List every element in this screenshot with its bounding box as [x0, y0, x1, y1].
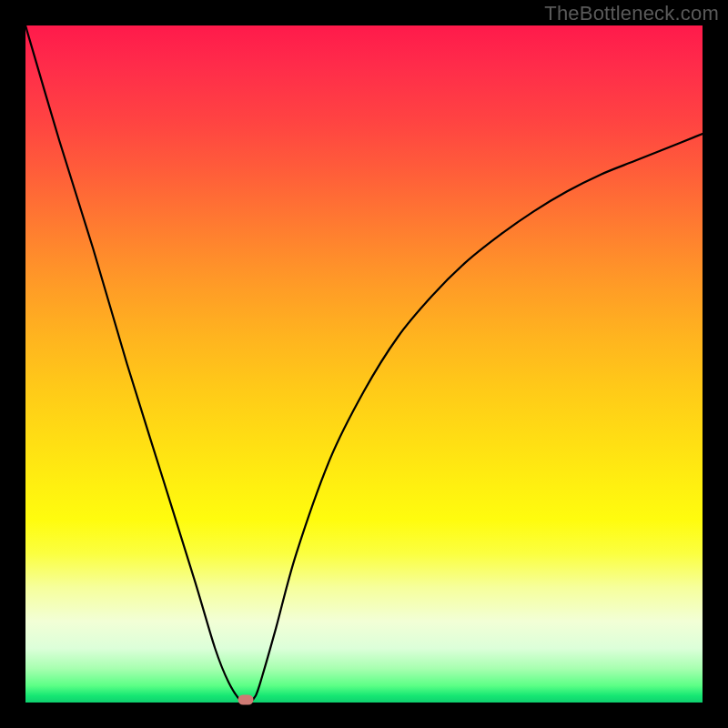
- bottleneck-curve: [25, 25, 703, 703]
- watermark-text: TheBottleneck.com: [544, 2, 719, 25]
- chart-frame: TheBottleneck.com: [0, 0, 728, 728]
- plot-area: [25, 25, 703, 703]
- minimum-marker: [238, 695, 253, 705]
